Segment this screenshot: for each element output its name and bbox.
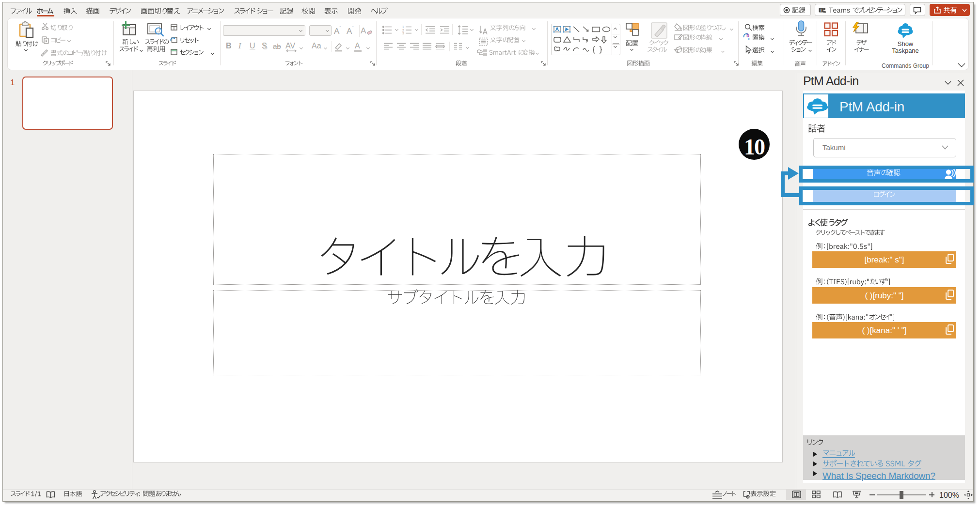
svg-text:T: T <box>820 8 822 13</box>
svg-text:1: 1 <box>402 25 404 29</box>
svg-text:c: c <box>748 36 750 41</box>
svg-text:3: 3 <box>402 31 404 35</box>
